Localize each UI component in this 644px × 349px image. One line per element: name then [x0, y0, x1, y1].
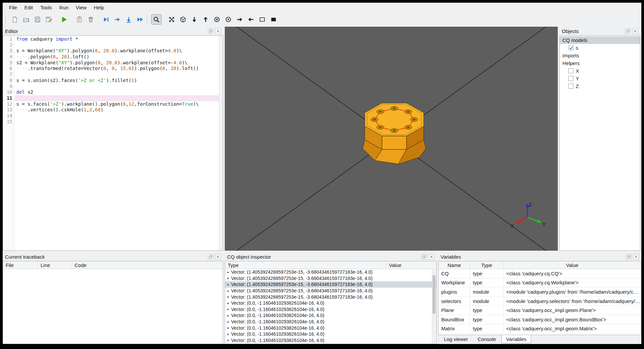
close-panel-icon[interactable]	[215, 28, 221, 34]
step-into-button[interactable]	[124, 14, 134, 25]
checkbox-x[interactable]	[568, 68, 573, 73]
variable-row[interactable]: Workplanetype<class 'cadquery.cq.Workpla…	[439, 278, 641, 288]
editor-scrollbar[interactable]	[219, 36, 223, 250]
column-header-file[interactable]: File	[3, 261, 38, 269]
view-left-button[interactable]	[246, 14, 256, 25]
inspector-row[interactable]: ▸Vector: (0.0, -1.1604610293826104e-16, …	[225, 331, 436, 337]
close-panel-icon[interactable]	[215, 254, 221, 260]
trash-button[interactable]	[86, 14, 96, 25]
expand-icon[interactable]: ▸	[226, 326, 230, 330]
variable-row[interactable]: CQtype<class 'cadquery.cq.CQ'>	[439, 269, 641, 278]
variable-row[interactable]: selectorsmodule<module 'cadquery.selecto…	[439, 297, 641, 306]
expand-icon[interactable]: ▸	[226, 307, 230, 311]
column-header-value[interactable]: Value	[386, 261, 436, 269]
inspector-row[interactable]: ▸Vector: (1.4053924288597253e-15, -3.680…	[225, 269, 436, 275]
checkbox-z[interactable]	[568, 84, 573, 89]
shaded-button[interactable]	[268, 14, 279, 25]
tree-item-z[interactable]: Z	[560, 82, 640, 90]
step-button[interactable]	[112, 14, 123, 25]
clipboard-button[interactable]	[74, 14, 85, 25]
variable-row[interactable]: Matrixtype<class 'cadquery.occ_impl.geom…	[439, 324, 641, 334]
expand-icon[interactable]: ▸	[226, 301, 230, 305]
tree-item-cq-models[interactable]: CQ models	[560, 36, 640, 44]
expand-icon[interactable]: ▸	[226, 338, 230, 342]
inspector-row[interactable]: ▸Vector: (0.0, -1.1604610293826104e-16, …	[225, 325, 436, 331]
float-panel-icon[interactable]	[208, 28, 213, 34]
close-panel-icon[interactable]	[429, 254, 434, 260]
toolbar-handle[interactable]	[147, 15, 149, 24]
tab-variables[interactable]: Variables	[501, 335, 531, 343]
menu-tools[interactable]: Tools	[37, 3, 56, 12]
expand-icon[interactable]: ▸	[226, 320, 230, 324]
expand-icon[interactable]: ▸	[226, 270, 230, 274]
inspector-row[interactable]: ▸Vector: (1.4053924288597253e-15, -3.680…	[225, 288, 436, 294]
zoom-button[interactable]	[151, 14, 161, 25]
inspector-row[interactable]: ▸Vector: (0.0, -1.1604610293826104e-16, …	[225, 337, 436, 344]
close-panel-icon[interactable]	[632, 28, 638, 34]
view-right-button[interactable]	[234, 14, 245, 25]
scrollbar-thumb[interactable]	[433, 275, 436, 314]
float-panel-icon[interactable]	[421, 254, 427, 260]
menu-help[interactable]: Help	[90, 3, 108, 12]
tree-item-helpers[interactable]: Helpers	[560, 59, 640, 67]
menu-run[interactable]: Run	[56, 3, 72, 12]
inspector-row[interactable]: ▸Vector: (1.4053924288597253e-15, -3.680…	[225, 294, 436, 300]
tree-item-y[interactable]: Y	[560, 75, 640, 82]
view-top-button[interactable]	[200, 14, 211, 25]
inspector-row[interactable]: ▸Vector: (1.4053924288597253e-15, -3.680…	[225, 275, 436, 282]
wireframe-button[interactable]	[257, 14, 267, 25]
continue-button[interactable]	[135, 14, 145, 25]
variable-row[interactable]: pluginsmodule<module 'cadquery.plugins' …	[439, 287, 641, 297]
variable-row[interactable]: Planetype<class 'cadquery.occ_impl.geom.…	[439, 306, 641, 315]
float-panel-icon[interactable]	[626, 254, 632, 260]
save-as-button[interactable]	[44, 14, 54, 25]
column-header-value[interactable]: Value	[503, 261, 641, 269]
menu-view[interactable]: View	[72, 3, 90, 12]
float-panel-icon[interactable]	[625, 28, 631, 34]
new-file-button[interactable]	[10, 14, 20, 25]
tab-log-viewer[interactable]: Log viewer	[440, 335, 473, 343]
iso-view-button[interactable]	[178, 14, 188, 25]
tree-item-s[interactable]: s	[560, 44, 640, 52]
expand-icon[interactable]: ▸	[226, 282, 230, 287]
expand-icon[interactable]: ▸	[226, 313, 230, 318]
debug-button[interactable]	[101, 14, 111, 25]
inspector-scrollbar[interactable]	[432, 269, 436, 343]
menu-edit[interactable]: Edit	[21, 3, 37, 12]
fit-view-button[interactable]	[166, 14, 177, 25]
inspector-row[interactable]: ▸Vector: (0.0, -1.1604610293826104e-16, …	[225, 319, 436, 325]
render-button[interactable]	[59, 14, 69, 25]
inspector-row[interactable]: ▸Vector: (0.0, -1.1604610293826104e-16, …	[225, 300, 436, 306]
tree-item-imports[interactable]: Imports	[560, 52, 640, 59]
open-file-button[interactable]	[21, 14, 31, 25]
view-bottom-button[interactable]	[189, 14, 199, 25]
tab-console[interactable]: Console	[474, 335, 500, 343]
expand-icon[interactable]: ▸	[226, 276, 230, 280]
inspector-row[interactable]: ▸Vector: (0.0, -1.1604610293826104e-16, …	[225, 312, 436, 319]
checkbox-s[interactable]	[568, 45, 573, 50]
cad-model[interactable]	[350, 94, 439, 169]
checkbox-y[interactable]	[568, 76, 573, 81]
expand-icon[interactable]: ▸	[226, 332, 230, 336]
column-header-type[interactable]: Type	[470, 261, 503, 269]
float-panel-icon[interactable]	[208, 254, 213, 260]
view-front-button[interactable]	[212, 14, 222, 25]
view-back-button[interactable]	[223, 14, 233, 25]
column-header-line[interactable]: Line	[38, 261, 72, 269]
expand-icon[interactable]: ▸	[226, 295, 230, 299]
column-header-name[interactable]: Name	[439, 261, 470, 269]
column-header-type[interactable]: Type	[225, 261, 386, 269]
close-panel-icon[interactable]	[633, 254, 639, 260]
inspector-row[interactable]: ▸Vector: (0.0, -1.1604610293826104e-16, …	[225, 306, 436, 313]
tree-item-x[interactable]: X	[560, 67, 640, 75]
save-button[interactable]	[32, 14, 43, 25]
column-header-code[interactable]: Code	[72, 261, 223, 269]
menu-file[interactable]: File	[5, 3, 21, 12]
code-editor[interactable]: 123456789101112131415 from cadquery impo…	[3, 35, 223, 251]
toolbar-handle[interactable]	[5, 15, 7, 24]
inspector-row[interactable]: ▸Vector: (1.4053924288597253e-15, -3.680…	[225, 281, 436, 288]
expand-icon[interactable]: ▸	[226, 289, 230, 293]
variable-row[interactable]: BoundBoxtype<class 'cadquery.occ_impl.ge…	[439, 315, 641, 324]
code-area[interactable]: from cadquery import *s = Workplane("XY"…	[15, 36, 219, 250]
viewport-3d[interactable]: Z Y X	[225, 27, 558, 251]
